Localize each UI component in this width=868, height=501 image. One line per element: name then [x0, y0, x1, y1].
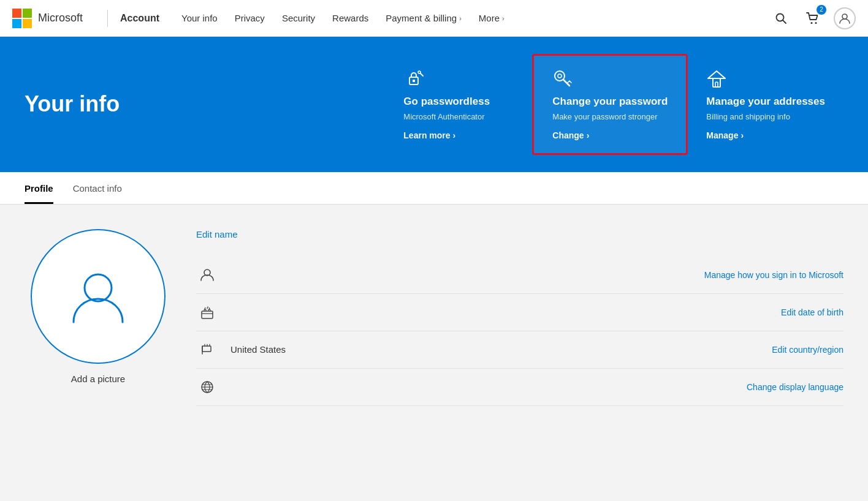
manage-sign-in-link[interactable]: Manage how you sign in to Microsoft	[704, 270, 843, 280]
nav-privacy[interactable]: Privacy	[227, 8, 272, 28]
ms-logo-grid	[12, 9, 32, 28]
change-language-link[interactable]: Change display language	[747, 382, 843, 392]
country-field-row: United States Edit country/region	[196, 331, 843, 369]
cart-button[interactable]: 2	[802, 7, 824, 29]
header-divider	[107, 10, 108, 27]
header-actions: 2	[770, 7, 856, 29]
svg-point-9	[558, 74, 562, 78]
edit-dob-link[interactable]: Edit date of birth	[781, 307, 843, 317]
avatar-person-icon	[67, 266, 129, 327]
manage-addresses-desc: Billing and shipping info	[706, 111, 825, 122]
nav-payment-billing[interactable]: Payment & billing ›	[378, 8, 469, 28]
ms-logo-yellow	[23, 19, 32, 28]
passwordless-desc: Microsoft Authenticator	[403, 111, 514, 122]
nav-security[interactable]: Security	[275, 8, 322, 28]
person-icon	[196, 268, 218, 282]
language-icon	[196, 380, 218, 394]
birthday-icon	[196, 305, 218, 320]
change-password-card: Change your password Make your password …	[532, 54, 688, 155]
ms-logo-green	[23, 9, 32, 18]
edit-name-link[interactable]: Edit name	[196, 229, 843, 239]
passwordless-icon	[403, 68, 514, 89]
svg-point-4	[842, 14, 847, 19]
svg-rect-15	[202, 346, 211, 352]
manage-addresses-icon	[706, 68, 825, 89]
avatar-circle[interactable]	[31, 229, 166, 364]
header: Microsoft Account Your info Privacy Secu…	[0, 0, 868, 37]
logo: Microsoft	[12, 9, 95, 28]
birthday-field-row: Edit date of birth	[196, 294, 843, 331]
change-password-link[interactable]: Change ›	[552, 130, 589, 140]
tabs-bar: Profile Contact info	[0, 172, 868, 205]
search-button[interactable]	[770, 7, 792, 29]
change-password-title: Change your password	[552, 96, 668, 108]
account-label: Account	[120, 13, 159, 24]
passwordless-link[interactable]: Learn more ›	[403, 130, 455, 140]
svg-point-7	[418, 71, 421, 73]
tab-contact-info[interactable]: Contact info	[73, 172, 122, 204]
svg-rect-10	[713, 78, 720, 87]
svg-rect-14	[202, 311, 213, 318]
change-password-desc: Make your password stronger	[552, 111, 668, 122]
country-value: United States	[230, 344, 760, 355]
profile-fields: Edit name Manage how you sign in to Micr…	[196, 229, 843, 486]
tab-profile[interactable]: Profile	[25, 172, 53, 204]
cart-icon	[806, 12, 820, 24]
search-icon	[775, 12, 787, 24]
ms-logo-blue	[12, 19, 21, 28]
svg-point-3	[815, 22, 817, 24]
main-nav: Your info Privacy Security Rewards Payme…	[174, 8, 770, 28]
svg-rect-6	[413, 80, 415, 82]
brand-label: Microsoft	[38, 12, 95, 24]
cart-badge: 2	[817, 5, 826, 15]
username-field-row: Manage how you sign in to Microsoft	[196, 257, 843, 294]
svg-point-12	[85, 274, 112, 301]
flag-icon	[196, 342, 218, 357]
svg-rect-11	[715, 82, 718, 87]
nav-your-info[interactable]: Your info	[174, 8, 225, 28]
banner-title: Your info	[25, 91, 385, 117]
change-password-icon	[552, 68, 668, 89]
learn-more-chevron-icon: ›	[453, 130, 456, 140]
change-chevron-icon: ›	[587, 130, 590, 140]
payment-chevron-icon: ›	[459, 15, 462, 22]
ms-logo-red	[12, 9, 21, 18]
more-chevron-icon: ›	[502, 15, 504, 22]
manage-addresses-link[interactable]: Manage ›	[706, 130, 744, 140]
banner: Your info Go passwordless Microsoft Auth…	[0, 37, 868, 172]
language-field-row: Change display language	[196, 369, 843, 406]
manage-addresses-title: Manage your addresses	[706, 96, 825, 108]
nav-rewards[interactable]: Rewards	[325, 8, 376, 28]
main-content: Add a picture Edit name Manage how you s…	[0, 205, 868, 501]
user-avatar-button[interactable]	[834, 7, 856, 29]
user-avatar-icon	[839, 12, 851, 24]
add-picture-link[interactable]: Add a picture	[71, 374, 125, 384]
manage-chevron-icon: ›	[740, 130, 744, 140]
svg-point-2	[811, 22, 813, 24]
manage-addresses-card: Manage your addresses Billing and shippi…	[688, 56, 843, 153]
edit-country-link[interactable]: Edit country/region	[772, 345, 843, 355]
nav-more[interactable]: More ›	[471, 8, 512, 28]
svg-line-1	[783, 20, 786, 23]
avatar-section: Add a picture	[25, 229, 172, 486]
passwordless-card: Go passwordless Microsoft Authenticator …	[385, 56, 532, 153]
passwordless-title: Go passwordless	[403, 96, 514, 108]
